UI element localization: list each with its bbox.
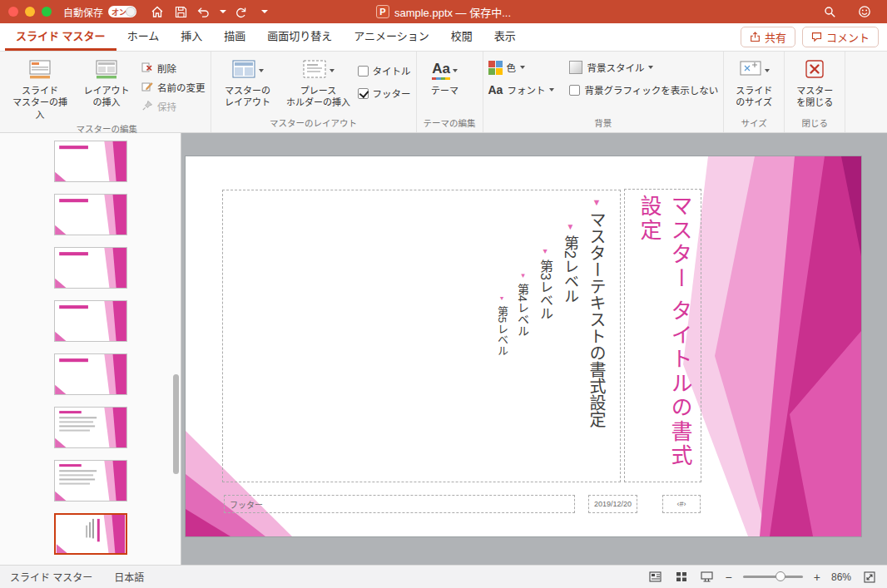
title-checkbox[interactable]: タイトル — [358, 64, 411, 77]
bullet-icon: ▼ — [566, 222, 575, 231]
background-styles-button[interactable]: 背景スタイル — [569, 60, 718, 75]
fit-slide-to-window-icon[interactable] — [862, 570, 877, 585]
date-text: 2019/12/20 — [594, 500, 632, 508]
close-master-button[interactable]: マスター を閉じる — [790, 57, 840, 109]
slide-master-editing-surface[interactable]: ▼マスターテキストの書式設定 ▼第2レベル ▼第3レベル ▼第4レベル ▼第5レ… — [186, 156, 861, 536]
tab-review[interactable]: 校閲 — [440, 23, 483, 51]
body-level-3: 第3レベル — [538, 259, 553, 320]
footer-placeholder[interactable]: フッター — [224, 495, 575, 513]
colors-button[interactable]: 色 — [488, 60, 555, 75]
thumbnail-slide-8-selected[interactable] — [54, 513, 127, 555]
slide-size-button[interactable]: スライド のサイズ — [729, 57, 779, 109]
date-placeholder[interactable]: 2019/12/20 — [588, 495, 637, 513]
body-level-1: マスターテキストの書式設定 — [587, 211, 606, 427]
statusbar: スライド マスター 日本語 − + 86% — [0, 565, 887, 588]
redo-icon[interactable] — [231, 3, 250, 20]
preserve-button[interactable]: 保持 — [141, 100, 206, 113]
slideshow-view-icon[interactable] — [700, 570, 715, 585]
autosave-label: 自動保存 — [63, 5, 103, 19]
title-placeholder[interactable]: マスター タイトルの書式設定 — [624, 189, 701, 482]
footer-checkbox[interactable]: フッター — [358, 86, 411, 100]
body-placeholder[interactable]: ▼マスターテキストの書式設定 ▼第2レベル ▼第3レベル ▼第4レベル ▼第5レ… — [222, 190, 621, 482]
ribbon-group-master-edit: スライド マスターの挿入 レイアウト の挿入 削除 — [3, 52, 211, 132]
hide-background-graphics-checkbox[interactable]: 背景グラフィックを表示しない — [569, 82, 718, 97]
delete-button[interactable]: 削除 — [141, 62, 206, 75]
chevron-down-icon — [648, 66, 653, 69]
background-styles-label: 背景スタイル — [587, 61, 644, 74]
master-layout-button[interactable]: マスターの レイアウト — [216, 57, 280, 109]
bullet-icon: ▼ — [519, 272, 527, 279]
chevron-down-icon — [520, 66, 525, 69]
save-icon[interactable] — [171, 3, 190, 20]
thumbnail-slide-6[interactable] — [54, 407, 127, 448]
body-level-2: 第2レベル — [562, 235, 578, 304]
chevron-down-icon — [259, 69, 264, 72]
tab-transitions[interactable]: 画面切り替え — [256, 23, 343, 51]
thumbnail-slide-5[interactable] — [54, 353, 127, 395]
home-icon[interactable] — [148, 3, 166, 20]
insert-layout-button[interactable]: レイアウト の挿入 — [75, 57, 138, 109]
thumbnail-slide-7[interactable] — [54, 460, 127, 502]
statusbar-language[interactable]: 日本語 — [114, 570, 144, 584]
zoom-slider-knob[interactable] — [776, 571, 785, 581]
search-icon[interactable] — [820, 3, 839, 20]
thumbnail-slide-3[interactable] — [54, 247, 127, 289]
slide-number-text: ‹#› — [677, 500, 686, 508]
tab-animations[interactable]: アニメーション — [343, 23, 439, 51]
insert-placeholder-button[interactable]: プレース ホルダーの挿入 — [283, 57, 354, 109]
zoom-slider[interactable] — [743, 576, 803, 578]
share-icon — [750, 32, 761, 42]
insert-slide-master-button[interactable]: スライド マスターの挿入 — [8, 57, 72, 121]
fonts-label: フォント — [507, 83, 545, 96]
zoom-level[interactable]: 86% — [831, 571, 851, 583]
group-label-close: 閉じる — [790, 115, 840, 132]
tab-insert[interactable]: 挿入 — [170, 23, 213, 51]
comment-icon — [811, 32, 822, 42]
button-label: マスターの — [225, 86, 270, 96]
tab-slide-master[interactable]: スライド マスター — [5, 23, 116, 51]
fullscreen-window-button[interactable] — [42, 7, 52, 17]
rename-label: 名前の変更 — [157, 81, 206, 94]
tab-view[interactable]: 表示 — [483, 23, 527, 51]
pin-icon — [141, 100, 153, 113]
title-placeholder-text: マスター タイトルの書式設定 — [634, 195, 696, 477]
quick-access-chevron-icon[interactable] — [261, 10, 268, 13]
undo-icon[interactable] — [195, 3, 213, 20]
share-button[interactable]: 共有 — [741, 27, 795, 47]
rename-button[interactable]: 名前の変更 — [141, 81, 206, 94]
chevron-down-icon — [549, 88, 554, 91]
slide-number-placeholder[interactable]: ‹#› — [662, 495, 701, 513]
tab-draw[interactable]: 描画 — [213, 23, 256, 51]
minimize-window-button[interactable] — [25, 7, 35, 17]
normal-view-icon[interactable] — [648, 570, 663, 585]
zoom-in-button[interactable]: + — [814, 571, 820, 583]
slide-thumbnail-panel — [0, 133, 181, 565]
undo-chevron-icon[interactable] — [220, 10, 226, 13]
thumbnail-scrollbar[interactable] — [173, 374, 179, 474]
comments-button[interactable]: コメント — [802, 27, 879, 47]
autosave-state-label: オン — [111, 7, 126, 17]
button-label: の挿入 — [93, 97, 121, 107]
footer-checkbox-label: フッター — [373, 86, 411, 100]
title-checkbox-label: タイトル — [373, 64, 411, 77]
share-label: 共有 — [765, 29, 786, 45]
master-layout-icon — [231, 59, 256, 82]
slide-sorter-view-icon[interactable] — [674, 570, 689, 585]
thumbnail-slide-1[interactable] — [54, 141, 127, 182]
autosave-toggle[interactable]: オン — [108, 6, 136, 17]
bullet-icon: ▼ — [592, 197, 602, 207]
feedback-smiley-icon[interactable] — [855, 3, 874, 20]
powerpoint-window: 自動保存 オン P sample.pptx — 保存中... — [0, 0, 887, 588]
fonts-button[interactable]: Aa フォント — [488, 82, 555, 97]
theme-button[interactable]: Aa テーマ — [422, 57, 468, 96]
ribbon-group-master-layout: マスターの レイアウト プレース ホルダーの挿入 — [211, 52, 417, 132]
zoom-out-button[interactable]: − — [726, 571, 732, 583]
tab-home[interactable]: ホーム — [116, 23, 171, 51]
button-label: を閉じる — [796, 97, 833, 107]
close-window-button[interactable] — [8, 7, 18, 17]
thumbnail-slide-4[interactable] — [54, 300, 127, 342]
background-style-icon — [569, 61, 582, 74]
thumbnail-slide-2[interactable] — [54, 194, 127, 235]
theme-aa-icon: Aa — [432, 62, 450, 80]
body-level-5: 第5レベル — [496, 306, 508, 355]
